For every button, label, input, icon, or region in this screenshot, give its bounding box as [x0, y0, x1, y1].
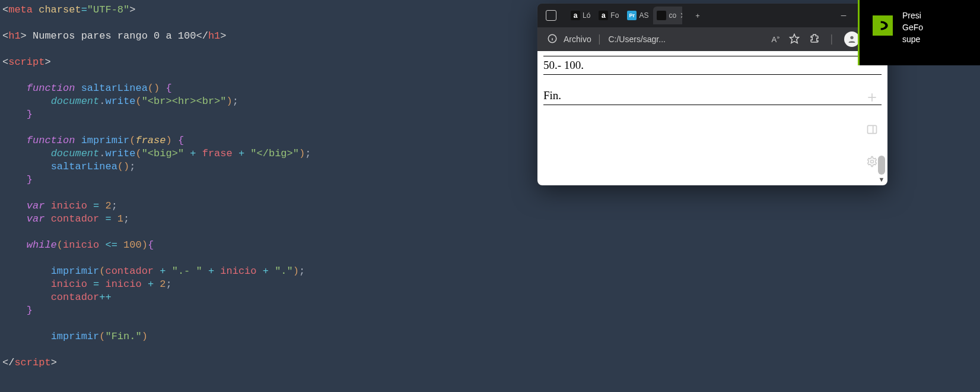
new-tab-button[interactable]: ＋	[685, 7, 711, 24]
nvidia-notification[interactable]: Presi GeFo supe	[858, 0, 980, 65]
favicon-icon: Pr	[627, 11, 637, 20]
param-frase: frase	[135, 135, 166, 146]
svg-marker-3	[790, 34, 799, 43]
favorites-icon[interactable]	[789, 33, 800, 46]
tag-h1-open: h1	[8, 30, 20, 42]
browser-tab[interactable]: co✕	[653, 7, 682, 24]
page-output-line-2: Fin.	[543, 89, 882, 102]
tab-label: Fo	[610, 11, 619, 20]
str-fin: "Fin."	[105, 331, 141, 342]
num-2: 2	[105, 200, 111, 211]
browser-tab[interactable]: aFo	[595, 7, 622, 24]
op-pp: ++	[99, 292, 111, 303]
kw-var-1: var	[27, 200, 45, 211]
svg-point-10	[880, 24, 883, 27]
read-aloud-icon[interactable]: A»	[772, 34, 780, 44]
var-inicio-decl: inicio	[51, 200, 87, 211]
page-output-line-1: 50.- 100.	[543, 59, 882, 72]
kw-var-2: var	[27, 213, 45, 225]
str-bigopen: "<big>"	[142, 148, 184, 159]
kw-function-1: function	[27, 83, 75, 94]
browser-tab[interactable]: PrAS	[623, 7, 652, 24]
tab-label: co	[669, 11, 676, 20]
str-dot: "."	[275, 265, 293, 277]
tag-h1-close: h1	[208, 30, 220, 42]
favicon-icon: a	[599, 11, 608, 20]
tab-label: AS	[639, 11, 648, 20]
sidebar-split-icon[interactable]	[864, 121, 880, 138]
str-dotdash: ".- "	[172, 265, 202, 277]
h1-text: Numeros pares rango 0 a 100	[27, 30, 196, 42]
str-brhrbr: "<br><hr><br>"	[142, 96, 227, 107]
kw-function-2: function	[27, 135, 75, 146]
nvidia-notification-text: Presi GeFo supe	[902, 10, 923, 65]
addr-separator: │	[597, 34, 603, 44]
tab-row: aLóaFoPrASco✕m	[567, 7, 682, 24]
tag-script-open: script	[8, 56, 44, 68]
page-viewport[interactable]: 50.- 100. Fin. ▲ ▼	[537, 51, 887, 185]
num-100: 100	[123, 239, 142, 251]
val-utf8: "UTF-8"	[87, 4, 129, 15]
sidebar-settings-icon[interactable]	[864, 153, 880, 170]
close-tab-icon[interactable]: ✕	[680, 11, 682, 20]
browser-titlebar: aLóaFoPrASco✕m ＋ ─ ▢	[537, 4, 887, 27]
call-imprimir-1: imprimir	[51, 265, 100, 277]
attr-charset: charset	[39, 4, 81, 15]
op-lte: <=	[105, 239, 117, 251]
favicon-icon	[657, 11, 666, 20]
obj-document-2: document	[51, 148, 100, 159]
tag-script-close: script	[14, 357, 50, 368]
favicon-icon: a	[571, 11, 580, 20]
extensions-icon[interactable]	[809, 33, 820, 46]
minimize-button[interactable]: ─	[831, 7, 857, 24]
tag-meta: meta	[8, 4, 33, 15]
call-write-2: write	[105, 148, 135, 159]
num-1: 1	[117, 213, 123, 225]
svg-point-9	[871, 160, 874, 163]
call-write-1: write	[105, 96, 135, 107]
tab-actions-icon[interactable]	[546, 10, 556, 21]
sidebar-add-icon[interactable]	[864, 89, 880, 106]
call-imprimir-fin: imprimir	[51, 331, 100, 342]
edge-side-rail	[859, 69, 885, 182]
str-bigclose: "</big>"	[250, 148, 299, 159]
nvidia-logo-icon	[873, 15, 893, 36]
addr-path[interactable]: C:/Users/sagr...	[608, 34, 665, 44]
svg-point-4	[850, 36, 853, 39]
addr-scheme-label: Archivo	[564, 34, 591, 44]
fn-imprimir: imprimir	[81, 135, 130, 146]
obj-document-1: document	[51, 96, 100, 107]
var-contador-decl: contador	[51, 213, 100, 225]
fn-saltarLinea: saltarLinea	[81, 83, 148, 94]
site-info-icon[interactable]	[547, 33, 558, 46]
kw-while: while	[27, 239, 57, 251]
address-bar: Archivo │ C:/Users/sagr... A» │ ···	[537, 27, 887, 51]
browser-tab[interactable]: aLó	[567, 7, 594, 24]
svg-rect-7	[868, 125, 877, 133]
tab-label: Ló	[583, 11, 590, 20]
browser-window: aLóaFoPrASco✕m ＋ ─ ▢ Archivo │ C:/Users/…	[537, 4, 887, 185]
var-frase: frase	[202, 148, 233, 159]
call-saltarLinea: saltarLinea	[51, 161, 117, 172]
